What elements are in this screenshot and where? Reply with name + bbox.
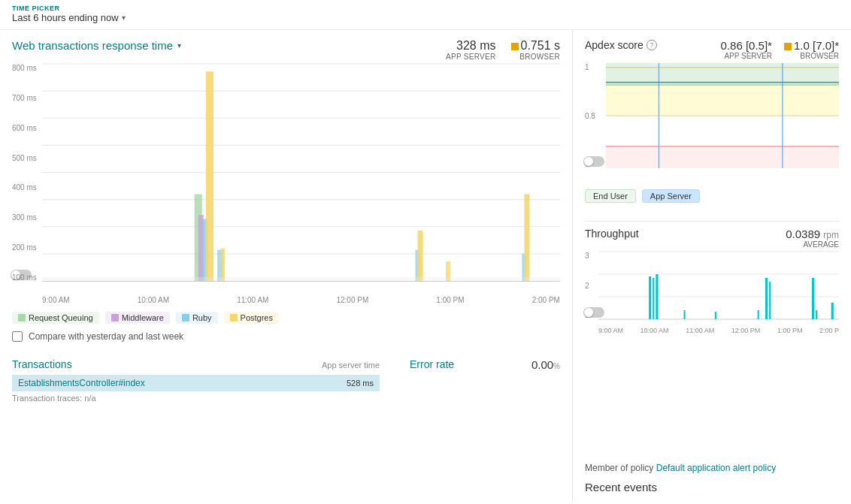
bottom-sections: Transactions App server time Establishme… — [12, 352, 560, 405]
throughput-canvas — [598, 252, 839, 319]
web-chart-canvas — [42, 64, 560, 282]
time-picker-label: TIME PICKER — [12, 5, 839, 12]
policy-link[interactable]: Default application alert policy — [656, 463, 776, 473]
svg-rect-20 — [606, 63, 839, 85]
transaction-row[interactable]: EstablishmentsController#index 528 ms — [12, 375, 380, 391]
main-content: Web transactions response time ▾ 328 ms … — [0, 30, 851, 502]
left-panel: Web transactions response time ▾ 328 ms … — [0, 30, 573, 502]
transactions-subtitle: App server time — [322, 361, 380, 370]
svg-rect-36 — [715, 312, 716, 319]
throughput-section: Throughput 0.0389 rpm AVERAGE 3 2 1 — [585, 228, 839, 454]
legend-middleware-dot — [111, 314, 119, 321]
svg-marker-18 — [524, 194, 529, 281]
svg-rect-37 — [758, 310, 759, 319]
throughput-label: AVERAGE — [786, 240, 839, 249]
legend-ruby[interactable]: Ruby — [176, 312, 218, 324]
error-section: Error rate 0.00% — [410, 352, 560, 405]
throughput-x-axis: 9:00 AM 10:00 AM 11:00 AM 12:00 PM 1:00 … — [598, 327, 839, 334]
apdex-browser-label: BROWSER — [784, 52, 839, 60]
svg-marker-11 — [206, 71, 214, 281]
web-x-axis: 9:00 AM 10:00 AM 11:00 AM 12:00 PM 1:00 … — [42, 296, 560, 304]
web-chart-title[interactable]: Web transactions response time ▾ — [12, 39, 181, 52]
web-chart-chevron: ▾ — [177, 41, 181, 50]
throughput-header: Throughput 0.0389 rpm AVERAGE — [585, 228, 839, 249]
svg-rect-41 — [816, 310, 817, 319]
metric-browser-value: 0.751 s — [511, 39, 560, 53]
web-chart-legend: Request Queuing Middleware Ruby Postgres — [12, 312, 560, 324]
apdex-canvas — [606, 63, 839, 168]
transactions-header: Transactions App server time — [12, 358, 380, 370]
apdex-title: Apdex score ? — [585, 39, 657, 51]
apdex-app-server-score: 0.86 [0.5]* APP SERVER — [721, 39, 772, 60]
compare-checkbox[interactable] — [12, 331, 23, 342]
compare-label: Compare with yesterday and last week — [29, 331, 183, 342]
transaction-time: 528 ms — [347, 379, 374, 388]
transactions-title: Transactions — [12, 358, 72, 370]
legend-request-queuing[interactable]: Request Queuing — [12, 312, 99, 324]
apdex-chart: 1 0.8 0.6 — [585, 63, 839, 183]
legend-middleware[interactable]: Middleware — [105, 312, 170, 324]
apdex-legend-app-server[interactable]: App Server — [642, 189, 700, 203]
legend-ruby-dot — [182, 314, 189, 321]
transactions-section: Transactions App server time Establishme… — [12, 352, 380, 405]
legend-postgres-dot — [230, 314, 238, 321]
svg-rect-33 — [653, 278, 654, 319]
svg-rect-32 — [649, 276, 651, 319]
svg-marker-15 — [418, 231, 423, 281]
svg-rect-35 — [684, 310, 686, 319]
apdex-legend: End User App Server — [585, 189, 839, 203]
top-bar: TIME PICKER Last 6 hours ending now ▾ — [0, 0, 851, 30]
svg-rect-38 — [765, 278, 768, 319]
apdex-legend-end-user[interactable]: End User — [585, 189, 636, 203]
metric-browser-label: BROWSER — [511, 53, 560, 61]
apdex-toggle[interactable] — [583, 156, 604, 167]
svg-rect-22 — [606, 146, 839, 168]
metric-browser: 0.751 s BROWSER — [511, 39, 560, 61]
metric-app-server: 328 ms APP SERVER — [446, 39, 496, 61]
web-y-axis: 800 ms 700 ms 600 ms 500 ms 400 ms 300 m… — [12, 64, 37, 282]
apdex-app-server-value: 0.86 [0.5]* — [721, 39, 772, 52]
error-title: Error rate — [410, 358, 454, 371]
web-chart-header: Web transactions response time ▾ 328 ms … — [12, 39, 560, 61]
throughput-metric: 0.0389 rpm AVERAGE — [786, 228, 839, 249]
recent-events-title: Recent events — [585, 481, 839, 493]
metric-app-server-label: APP SERVER — [446, 53, 496, 61]
browser-dot-icon — [511, 43, 519, 50]
apdex-y-axis: 1 0.8 0.6 — [585, 63, 595, 168]
right-panel: Apdex score ? 0.86 [0.5]* APP SERVER 1.0… — [573, 30, 851, 502]
web-chart-area: 800 ms 700 ms 600 ms 500 ms 400 ms 300 m… — [12, 64, 560, 304]
apdex-header: Apdex score ? 0.86 [0.5]* APP SERVER 1.0… — [585, 39, 839, 60]
metric-app-server-value: 328 ms — [446, 39, 496, 53]
apdex-browser-score: 1.0 [7.0]* BROWSER — [784, 39, 839, 60]
web-chart-metrics: 328 ms APP SERVER 0.751 s BROWSER — [446, 39, 560, 61]
apdex-info-icon[interactable]: ? — [647, 40, 657, 50]
time-picker-chevron: ▾ — [122, 14, 126, 22]
time-picker-text: Last 6 hours ending now — [12, 12, 119, 23]
error-value: 0.00% — [531, 358, 560, 371]
transaction-traces: Transaction traces: n/a — [12, 391, 380, 405]
apdex-app-server-label: APP SERVER — [721, 52, 772, 60]
svg-rect-39 — [769, 282, 771, 319]
legend-request-queuing-dot — [18, 314, 26, 321]
throughput-value: 0.0389 rpm — [786, 228, 839, 240]
svg-rect-40 — [812, 278, 814, 319]
svg-rect-21 — [606, 85, 839, 116]
legend-postgres[interactable]: Postgres — [224, 312, 279, 324]
policy-info: Member of policy Default application ale… — [585, 463, 839, 473]
svg-rect-34 — [656, 274, 658, 319]
separator — [585, 221, 839, 222]
apdex-section: Apdex score ? 0.86 [0.5]* APP SERVER 1.0… — [585, 39, 839, 203]
time-picker-control[interactable]: Last 6 hours ending now ▾ — [12, 12, 839, 23]
apdex-browser-value: 1.0 [7.0]* — [784, 39, 839, 52]
transaction-name: EstablishmentsController#index — [18, 378, 145, 388]
compare-row: Compare with yesterday and last week — [12, 324, 560, 349]
error-header: Error rate 0.00% — [410, 358, 560, 371]
apdex-scores: 0.86 [0.5]* APP SERVER 1.0 [7.0]* BROWSE… — [721, 39, 839, 60]
apdex-browser-dot — [784, 43, 792, 50]
svg-marker-13 — [220, 249, 225, 281]
svg-rect-19 — [42, 277, 560, 281]
throughput-chart: 3 2 1 — [585, 252, 839, 334]
svg-rect-42 — [831, 303, 834, 319]
throughput-title: Throughput — [585, 228, 639, 240]
throughput-toggle[interactable] — [583, 307, 604, 318]
